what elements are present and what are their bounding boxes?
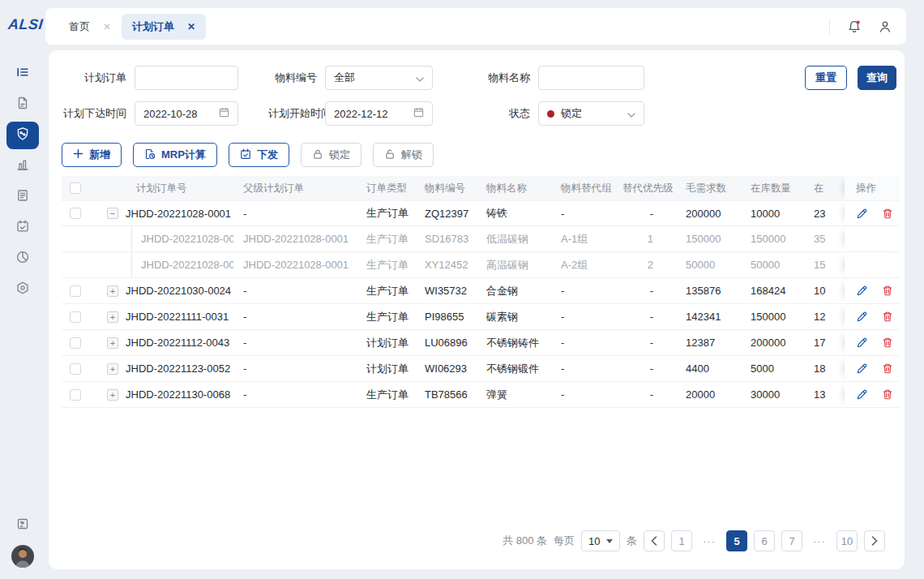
row-checkbox[interactable] bbox=[70, 311, 81, 323]
release-date-input[interactable]: 2022-10-28 bbox=[135, 101, 238, 126]
order-no: JHDD-20221123-0052 bbox=[126, 362, 230, 375]
edit-icon[interactable] bbox=[856, 388, 869, 401]
tab-close-icon[interactable]: ✕ bbox=[103, 21, 111, 32]
start-date-input[interactable]: 2022-12-12 bbox=[325, 101, 433, 126]
sidebar-item-schedule[interactable] bbox=[6, 214, 39, 242]
expand-toggle-icon[interactable]: + bbox=[107, 311, 118, 323]
status-select[interactable]: 锁定 bbox=[538, 101, 644, 126]
material-name: 铸铁 bbox=[477, 201, 551, 225]
order-type: 生产订单 bbox=[357, 226, 415, 251]
material-code: WI06293 bbox=[415, 356, 477, 381]
sidebar-item-collapse-menu[interactable] bbox=[6, 60, 39, 88]
logout-icon[interactable] bbox=[15, 516, 31, 532]
substitute-group: A-1组 bbox=[551, 226, 613, 251]
row-checkbox[interactable] bbox=[70, 389, 81, 401]
tree-connector bbox=[131, 252, 132, 277]
sidebar-item-statistics[interactable] bbox=[6, 245, 39, 272]
caret-down-icon bbox=[606, 539, 613, 543]
next-page-button[interactable] bbox=[864, 530, 885, 551]
tab-home[interactable]: 首页 ✕ bbox=[58, 14, 122, 40]
sidebar-item-document[interactable] bbox=[6, 91, 39, 118]
substitute-group: - bbox=[551, 304, 613, 329]
delete-icon[interactable] bbox=[882, 285, 895, 298]
gross-demand: 135876 bbox=[676, 278, 741, 303]
expand-toggle-icon[interactable]: + bbox=[107, 363, 118, 375]
page-button[interactable]: 7 bbox=[781, 530, 802, 551]
delete-icon[interactable] bbox=[882, 388, 895, 401]
select-all-checkbox[interactable] bbox=[70, 182, 81, 194]
mrp-calc-button[interactable]: MRP计算 bbox=[133, 143, 217, 167]
clipped-value: 10 bbox=[804, 278, 845, 303]
plus-icon bbox=[73, 148, 83, 161]
edit-icon[interactable] bbox=[856, 362, 869, 375]
sidebar-item-planning-active[interactable] bbox=[6, 122, 39, 149]
row-checkbox[interactable] bbox=[70, 285, 81, 297]
per-page-prefix: 每页 bbox=[554, 534, 575, 548]
edit-icon[interactable] bbox=[856, 311, 869, 324]
page-button[interactable]: 6 bbox=[754, 530, 775, 551]
order-type: 生产订单 bbox=[357, 252, 415, 277]
page-button[interactable]: 5 bbox=[726, 530, 747, 551]
row-checkbox[interactable] bbox=[70, 363, 81, 375]
plan-order-input[interactable] bbox=[135, 66, 238, 90]
col-substitute-group: 物料替代组 bbox=[551, 176, 613, 200]
parent-order: - bbox=[233, 382, 357, 407]
col-clipped: 在 bbox=[804, 176, 845, 200]
order-no: JHDD-20221030-0024 bbox=[126, 285, 231, 297]
row-checkbox[interactable] bbox=[70, 337, 81, 349]
col-material-name: 物料名称 bbox=[477, 176, 551, 200]
expand-toggle-icon[interactable]: + bbox=[107, 285, 118, 297]
prev-page-button[interactable] bbox=[644, 530, 665, 551]
material-name-input[interactable] bbox=[538, 66, 644, 90]
substitute-group: - bbox=[551, 330, 613, 355]
notification-bell-icon[interactable] bbox=[846, 19, 862, 35]
total-count: 共 800 条 bbox=[503, 534, 547, 548]
table-row: + JHDD-20221030-0024 - 生产订单 WI35732 合金钢 … bbox=[62, 278, 900, 304]
gross-demand: 4400 bbox=[676, 356, 741, 381]
edit-icon[interactable] bbox=[856, 337, 869, 350]
material-name: 不锈钢铸件 bbox=[477, 330, 551, 355]
filter-label-material-code: 物料编号 bbox=[268, 71, 317, 85]
unlock-button[interactable]: 解锁 bbox=[373, 143, 434, 167]
unlock-icon bbox=[384, 148, 396, 162]
search-button[interactable]: 查询 bbox=[858, 66, 896, 90]
expand-toggle-icon[interactable]: + bbox=[107, 337, 118, 349]
material-name: 高温碳钢 bbox=[477, 252, 551, 277]
topbar: 首页 ✕ 计划订单 ✕ bbox=[45, 8, 906, 45]
delete-icon[interactable] bbox=[882, 337, 895, 350]
user-profile-icon[interactable] bbox=[877, 19, 893, 35]
edit-icon[interactable] bbox=[856, 285, 869, 298]
avatar[interactable] bbox=[11, 545, 34, 568]
order-type: 生产订单 bbox=[357, 382, 415, 407]
tab-close-icon[interactable]: ✕ bbox=[187, 21, 195, 32]
plan-shield-icon bbox=[15, 127, 30, 144]
substitute-group: - bbox=[551, 201, 613, 225]
expand-toggle-icon[interactable]: − bbox=[107, 208, 118, 219]
delete-icon[interactable] bbox=[882, 362, 895, 375]
row-checkbox[interactable] bbox=[70, 208, 81, 219]
tab-planned-orders[interactable]: 计划订单 ✕ bbox=[122, 14, 206, 40]
substitute-priority: - bbox=[613, 356, 676, 381]
order-no: JHDD-20221028-0001 bbox=[126, 208, 231, 220]
add-button[interactable]: 新增 bbox=[62, 143, 122, 167]
per-page-select[interactable]: 10 bbox=[581, 530, 620, 551]
expand-toggle-icon[interactable]: + bbox=[107, 389, 118, 401]
sidebar-item-reports[interactable] bbox=[6, 152, 39, 180]
lock-button[interactable]: 锁定 bbox=[301, 143, 361, 167]
page-button[interactable]: 10 bbox=[836, 530, 858, 551]
stock-qty: 150000 bbox=[741, 226, 804, 251]
calendar-send-icon bbox=[240, 148, 251, 162]
page-button[interactable]: 1 bbox=[671, 530, 692, 551]
document-icon bbox=[15, 96, 30, 114]
parent-order: - bbox=[233, 356, 357, 381]
sidebar-item-lists[interactable] bbox=[6, 183, 39, 211]
table-row: − JHDD-20221028-0001 - 生产订单 ZQ12397 铸铁 -… bbox=[62, 200, 900, 226]
material-code-select[interactable]: 全部 bbox=[325, 66, 433, 90]
delete-icon[interactable] bbox=[882, 311, 895, 324]
edit-icon[interactable] bbox=[856, 207, 869, 220]
reset-button[interactable]: 重置 bbox=[805, 66, 847, 90]
sidebar-item-settings[interactable] bbox=[6, 276, 39, 303]
release-button[interactable]: 下发 bbox=[229, 143, 289, 167]
delete-icon[interactable] bbox=[882, 207, 895, 220]
calendar-icon bbox=[413, 107, 424, 120]
